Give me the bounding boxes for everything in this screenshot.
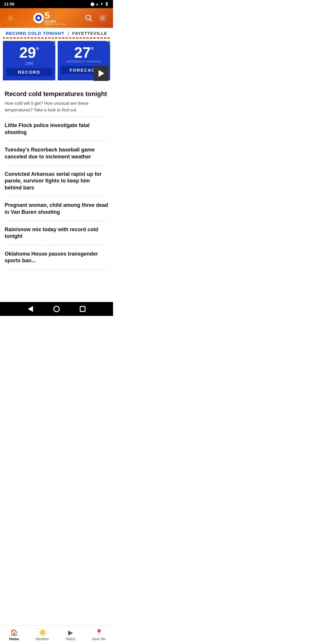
news-item-title-2: Tuesday's Razorback baseball game cancel…	[5, 146, 108, 160]
svg-point-5	[101, 17, 104, 19]
status-icons: ⬤ ▲ ▼ 🔋	[90, 2, 109, 6]
android-recents-icon	[80, 306, 85, 312]
news-item-title-1: Little Flock police investigate fatal sh…	[5, 122, 108, 136]
news-item-2[interactable]: Tuesday's Razorback baseball game cancel…	[5, 141, 108, 166]
search-icon	[85, 14, 92, 22]
forecast-subtitle: WEDNESDAY MORNING	[66, 60, 101, 63]
app-header: ☆ 5 NEWS WHERE YOU LIVE	[0, 8, 113, 28]
android-home-button[interactable]	[52, 305, 61, 313]
banner-border-stripe	[3, 37, 110, 39]
play-icon	[99, 70, 104, 77]
banner-location: FAYETTEVILLE	[72, 31, 107, 36]
cbs-eye-logo	[33, 12, 44, 23]
feature-article-description: How cold will it get? How unusual are th…	[5, 100, 108, 113]
card-corner-decoration	[51, 41, 55, 46]
card-corner-decoration-2	[3, 76, 8, 80]
android-navigation-bar	[0, 302, 113, 316]
card-corner-decoration-4	[58, 76, 62, 80]
back-icon	[28, 306, 33, 312]
main-content: Record cold temperatures tonight How col…	[0, 86, 113, 269]
feature-article-title: Record cold temperatures tonight	[5, 90, 108, 98]
status-bar: 11:50 ⬤ ▲ ▼ 🔋	[0, 0, 113, 8]
battery-icon: 🔋	[105, 2, 109, 6]
card-corner-decoration-3	[105, 41, 110, 46]
weather-banner: RECORD COLD TONIGHT | FAYETTEVILLE 29° 1…	[0, 28, 113, 86]
play-video-button[interactable]	[93, 66, 108, 81]
search-button[interactable]	[83, 12, 94, 24]
header-actions	[83, 12, 108, 24]
record-temp-card: 29° 1966 RECORD	[3, 41, 55, 80]
settings-button[interactable]	[97, 12, 108, 24]
banner-title: RECORD COLD TONIGHT | FAYETTEVILLE	[3, 31, 110, 36]
news-item-5[interactable]: Rain/snow mix today with record cold ton…	[5, 221, 108, 245]
wifi-icon: ▼	[100, 2, 103, 6]
star-icon: ☆	[7, 14, 14, 23]
app-logo: 5 NEWS WHERE YOU LIVE	[33, 11, 66, 25]
news-item-1[interactable]: Little Flock police investigate fatal sh…	[5, 117, 108, 141]
svg-line-4	[90, 19, 92, 21]
record-year: 1966	[25, 61, 33, 66]
banner-pipe: |	[68, 31, 70, 36]
news-item-6[interactable]: Oklahoma House passes transgender sports…	[5, 245, 108, 270]
status-time: 11:50	[4, 2, 14, 6]
android-recents-button[interactable]	[79, 305, 87, 313]
logo-tagline: WHERE YOU LIVE	[45, 23, 66, 25]
banner-title-text: RECORD COLD TONIGHT	[6, 31, 64, 36]
gear-icon	[99, 14, 106, 22]
news-item-title-5: Rain/snow mix today with record cold ton…	[5, 226, 108, 240]
record-label: RECORD	[6, 68, 52, 76]
news-item-title-6: Oklahoma House passes transgender sports…	[5, 251, 108, 264]
record-temperature: 29°	[19, 45, 39, 60]
android-home-icon	[53, 306, 60, 312]
signal-icon: ▲	[95, 2, 99, 6]
logo-text-group: 5 NEWS WHERE YOU LIVE	[45, 11, 66, 25]
logo-number: 5	[45, 11, 50, 20]
android-back-button[interactable]	[26, 305, 34, 313]
favorite-button[interactable]: ☆	[5, 12, 16, 24]
news-item-4[interactable]: Pregnant woman, child among three dead i…	[5, 197, 108, 221]
feature-article[interactable]: Record cold temperatures tonight How col…	[5, 86, 108, 117]
news-item-title-3: Convicted Arkansas serial rapist up for …	[5, 171, 108, 191]
news-item-3[interactable]: Convicted Arkansas serial rapist up for …	[5, 166, 108, 197]
privacy-indicator-icon: ⬤	[90, 2, 94, 6]
forecast-temperature: 27°	[74, 45, 94, 60]
logo-news: NEWS	[45, 20, 57, 23]
news-item-title-4: Pregnant woman, child among three dead i…	[5, 202, 108, 216]
svg-point-2	[37, 17, 40, 19]
